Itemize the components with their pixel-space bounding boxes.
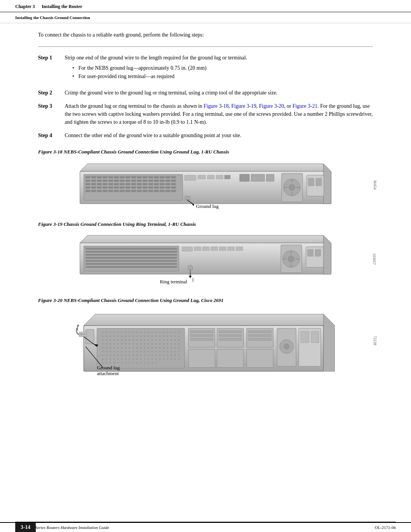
svg-point-294: [155, 355, 157, 356]
figure-3-20: Figure 3-20 NEBS-Compliant Chassis Groun…: [38, 297, 373, 379]
svg-point-324: [110, 362, 111, 364]
svg-point-334: [148, 362, 149, 364]
svg-point-216: [178, 339, 180, 341]
svg-point-291: [144, 355, 145, 356]
page-number: 3-14: [15, 523, 36, 532]
svg-point-156: [110, 332, 111, 333]
bullet-1-2: For user-provided ring terminal—as requi…: [72, 72, 373, 81]
svg-rect-71: [103, 190, 107, 192]
svg-rect-123: [211, 247, 218, 251]
link-fig3-19[interactable]: Figure 3-19: [231, 103, 256, 109]
svg-rect-11: [126, 176, 130, 178]
svg-marker-0: [80, 164, 331, 171]
svg-rect-13: [137, 176, 142, 178]
link-fig3-20[interactable]: Figure 3-20: [259, 103, 284, 109]
svg-point-310: [136, 358, 138, 360]
svg-rect-62: [143, 187, 147, 189]
svg-rect-114: [86, 251, 177, 252]
svg-rect-37: [91, 183, 96, 185]
svg-point-215: [174, 339, 176, 341]
svg-point-332: [140, 362, 142, 364]
svg-point-184: [136, 335, 138, 337]
step-2-text: Crimp the ground wire to the ground lug …: [65, 90, 277, 96]
svg-rect-5: [91, 176, 96, 178]
svg-rect-36: [86, 183, 90, 185]
svg-point-306: [121, 358, 123, 360]
svg-point-128: [190, 267, 191, 268]
svg-point-241: [113, 347, 115, 348]
svg-point-242: [117, 347, 119, 348]
svg-rect-7: [103, 176, 107, 178]
fig3-19-number: 103057: [372, 253, 376, 265]
svg-rect-67: [171, 187, 176, 189]
link-fig3-18[interactable]: Figure 3-18: [204, 103, 229, 109]
svg-rect-82: [166, 190, 170, 192]
svg-point-179: [117, 335, 119, 337]
svg-point-256: [170, 347, 172, 348]
svg-point-221: [117, 343, 119, 345]
svg-point-250: [148, 347, 149, 348]
divider: [38, 46, 373, 47]
svg-point-297: [167, 355, 168, 356]
svg-point-198: [110, 339, 111, 341]
svg-rect-65: [160, 187, 164, 189]
svg-rect-33: [160, 180, 164, 182]
svg-point-213: [167, 339, 168, 341]
svg-point-211: [159, 339, 161, 341]
svg-point-244: [125, 347, 126, 348]
svg-point-154: [102, 332, 104, 333]
svg-rect-88: [225, 175, 230, 179]
svg-marker-146: [323, 314, 335, 371]
svg-rect-15: [148, 176, 153, 178]
svg-point-315: [155, 358, 157, 360]
step-2-row: Step 2 Crimp the ground wire to the grou…: [38, 89, 373, 97]
svg-point-222: [121, 343, 123, 345]
svg-rect-125: [228, 247, 234, 251]
svg-point-284: [117, 355, 119, 356]
svg-point-246: [132, 347, 134, 348]
link-fig3-21[interactable]: Figure 3-21: [292, 103, 317, 109]
svg-point-152: [77, 325, 79, 327]
svg-rect-343: [190, 338, 213, 340]
svg-point-259: [102, 351, 104, 352]
step-4-label: Step 4: [38, 131, 65, 139]
svg-rect-350: [249, 334, 271, 337]
intro-text: To connect the chassis to a reliable ear…: [38, 31, 373, 39]
svg-rect-22: [97, 180, 102, 182]
svg-rect-25: [114, 180, 119, 182]
svg-point-301: [102, 358, 104, 360]
svg-rect-84: [185, 175, 196, 181]
svg-point-295: [159, 355, 161, 356]
svg-point-313: [148, 358, 149, 360]
svg-point-157: [113, 332, 115, 333]
svg-rect-342: [190, 334, 213, 337]
svg-rect-138: [307, 249, 313, 256]
svg-point-319: [170, 358, 172, 360]
svg-rect-118: [86, 263, 177, 265]
svg-point-149: [80, 333, 83, 335]
step-3-row: Step 3 Attach the ground lug or ring ter…: [38, 102, 373, 126]
svg-point-263: [117, 351, 119, 352]
svg-point-201: [121, 339, 123, 341]
svg-rect-349: [249, 331, 271, 333]
svg-point-335: [151, 362, 153, 364]
svg-rect-81: [160, 190, 164, 192]
svg-rect-76: [131, 190, 136, 192]
svg-rect-52: [86, 187, 90, 189]
svg-point-180: [121, 335, 123, 337]
svg-point-208: [148, 339, 149, 341]
step-1-text: Strip one end of the ground wire to the …: [65, 55, 247, 61]
svg-point-236: [174, 343, 176, 345]
svg-point-309: [132, 358, 134, 360]
svg-point-196: [102, 339, 104, 341]
fig3-20-caption: Figure 3-20 NEBS-Compliant Chassis Groun…: [38, 297, 373, 304]
svg-point-326: [117, 362, 119, 364]
svg-text:Ring terminal: Ring terminal: [160, 279, 187, 284]
svg-marker-144: [84, 314, 335, 326]
svg-point-155: [106, 332, 107, 333]
svg-point-173: [174, 332, 176, 333]
svg-rect-77: [137, 190, 142, 192]
svg-point-260: [106, 351, 107, 352]
svg-rect-351: [249, 338, 271, 340]
svg-point-318: [167, 358, 168, 360]
